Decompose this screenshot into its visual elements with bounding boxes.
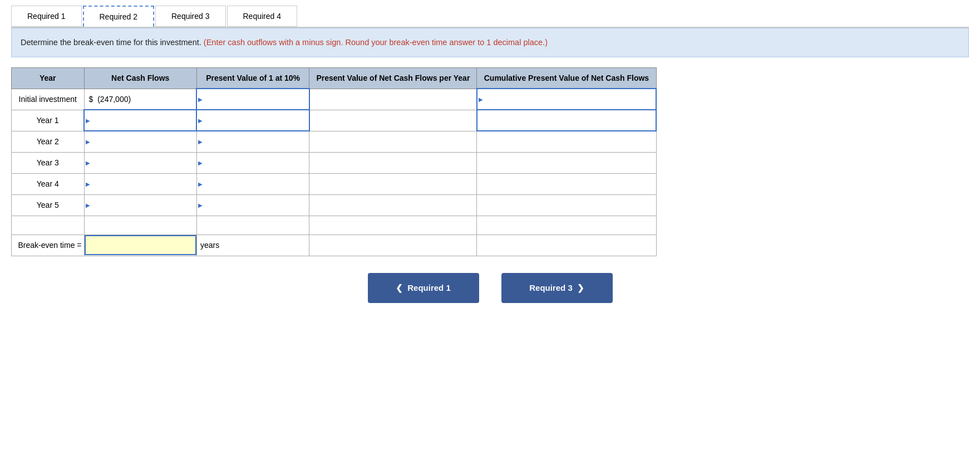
row-year1-col2[interactable]: [84, 110, 196, 131]
col-header-year: Year: [12, 68, 85, 89]
row-year5-col5: [477, 194, 656, 216]
table-wrapper: Year Net Cash Flows Present Value of 1 a…: [11, 67, 969, 256]
prev-button[interactable]: ❮ Required 1: [368, 273, 479, 303]
row-year3-col2[interactable]: [84, 152, 196, 173]
row-year2-col5: [477, 131, 656, 152]
next-button[interactable]: Required 3 ❯: [501, 273, 613, 303]
empty-col5: [477, 216, 656, 235]
tab-required2[interactable]: Required 2: [83, 6, 155, 27]
row-year2-col3[interactable]: [196, 131, 309, 152]
row-label-year3: Year 3: [12, 152, 85, 173]
empty-col4: [309, 216, 477, 235]
main-table: Year Net Cash Flows Present Value of 1 a…: [11, 67, 657, 256]
break-even-input[interactable]: [85, 235, 196, 255]
prev-button-label: Required 1: [407, 283, 451, 292]
input-year3-col2[interactable]: [85, 153, 196, 173]
input-year1-col5[interactable]: [477, 110, 656, 130]
tabs-container: Required 1 Required 2 Required 3 Require…: [11, 6, 969, 28]
table-row-year5: Year 5: [12, 194, 657, 216]
row-year1-col4: [309, 110, 477, 131]
input-year2-col3[interactable]: [197, 131, 309, 152]
col-header-pv-net: Present Value of Net Cash Flows per Year: [309, 68, 477, 89]
row-label-year1: Year 1: [12, 110, 85, 131]
row-initial-col3[interactable]: [196, 89, 309, 110]
empty-col2: [84, 216, 196, 235]
table-header-row: Year Net Cash Flows Present Value of 1 a…: [12, 68, 657, 89]
table-row-year2: Year 2: [12, 131, 657, 152]
row-initial-col4: [309, 89, 477, 110]
input-year4-col2[interactable]: [85, 174, 196, 194]
row-year5-col2[interactable]: [84, 194, 196, 216]
instruction-red-text: (Enter cash outflows with a minus sign. …: [204, 38, 548, 47]
table-row-year4: Year 4: [12, 173, 657, 194]
input-initial-col3[interactable]: [197, 89, 308, 109]
tab-label-req3: Required 3: [171, 12, 210, 21]
break-even-col4: [309, 235, 477, 256]
row-label-year2: Year 2: [12, 131, 85, 152]
tab-label-req4: Required 4: [243, 12, 282, 21]
input-year2-col2[interactable]: [85, 131, 196, 152]
empty-col1: [12, 216, 85, 235]
row-initial-col5[interactable]: [477, 89, 656, 110]
row-year4-col2[interactable]: [84, 173, 196, 194]
col-header-net-cash: Net Cash Flows: [84, 68, 196, 89]
row-year1-col3[interactable]: [196, 110, 309, 131]
row-year3-col3[interactable]: [196, 152, 309, 173]
input-year1-col3[interactable]: [197, 110, 308, 130]
row-year2-col4: [309, 131, 477, 152]
row-year4-col3[interactable]: [196, 173, 309, 194]
years-label-cell: years: [196, 235, 309, 256]
prev-arrow-icon: ❮: [396, 283, 403, 293]
input-year5-col2[interactable]: [85, 195, 196, 216]
row-year5-col4: [309, 194, 477, 216]
tab-label-req1: Required 1: [27, 12, 66, 21]
input-year4-col3[interactable]: [197, 174, 309, 194]
row-label-year5: Year 5: [12, 194, 85, 216]
row-year4-col5: [477, 173, 656, 194]
nav-buttons: ❮ Required 1 Required 3 ❯: [11, 273, 969, 303]
empty-col3: [196, 216, 309, 235]
tab-required1[interactable]: Required 1: [11, 6, 82, 27]
table-row-initial: Initial investment $ (247,000): [12, 89, 657, 110]
instruction-black-text: Determine the break-even time for this i…: [21, 38, 201, 47]
row-year2-col2[interactable]: [84, 131, 196, 152]
input-year3-col3[interactable]: [197, 153, 309, 173]
tab-required4[interactable]: Required 4: [227, 6, 298, 27]
table-row-year1: Year 1: [12, 110, 657, 131]
input-initial-col5[interactable]: [477, 89, 656, 109]
table-row-year3: Year 3: [12, 152, 657, 173]
table-row-empty: [12, 216, 657, 235]
input-year1-col2[interactable]: [85, 110, 196, 130]
dollar-sign: $: [89, 95, 93, 104]
row-year5-col3[interactable]: [196, 194, 309, 216]
tab-required3[interactable]: Required 3: [155, 6, 226, 27]
break-even-col5: [477, 235, 656, 256]
break-even-label: Break-even time =: [12, 235, 85, 256]
input-year5-col3[interactable]: [197, 195, 309, 216]
break-even-input-cell[interactable]: [84, 235, 196, 256]
initial-value: (247,000): [97, 95, 131, 104]
next-button-label: Required 3: [529, 283, 573, 292]
row-initial-col2: $ (247,000): [84, 89, 196, 110]
col-header-pv1: Present Value of 1 at 10%: [196, 68, 309, 89]
instruction-box: Determine the break-even time for this i…: [11, 28, 969, 57]
row-label-year4: Year 4: [12, 173, 85, 194]
tab-label-req2: Required 2: [100, 12, 138, 21]
row-year4-col4: [309, 173, 477, 194]
row-year3-col5: [477, 152, 656, 173]
table-row-break-even: Break-even time = years: [12, 235, 657, 256]
row-year3-col4: [309, 152, 477, 173]
row-label-initial: Initial investment: [12, 89, 85, 110]
col-header-cum-pv: Cumulative Present Value of Net Cash Flo…: [477, 68, 656, 89]
row-year1-col5[interactable]: [477, 110, 656, 131]
next-arrow-icon: ❯: [577, 283, 584, 293]
